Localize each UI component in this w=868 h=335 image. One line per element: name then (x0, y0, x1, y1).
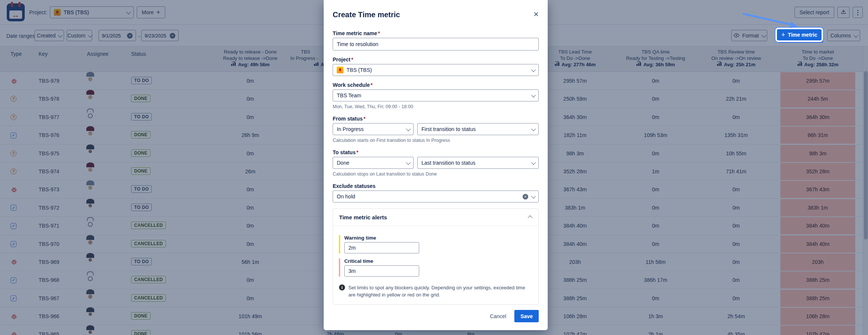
time-metric-alerts-card: Time metric alerts Warning time 2m Criti… (333, 208, 539, 305)
project-label: Project (333, 57, 350, 63)
from-status-helper: Calculation starts on First transition t… (333, 138, 539, 143)
critical-time-input[interactable]: 3m (344, 265, 419, 277)
modal-title: Create Time metric (333, 10, 400, 19)
from-status-label: From status (333, 116, 363, 122)
project-field-group: Project* TBS (TBS) (333, 57, 539, 76)
required-marker: * (356, 149, 358, 155)
alerts-info: i Set limits to spot any blockers quickl… (339, 284, 532, 298)
alerts-info-text: Set limits to spot any blockers quickly.… (348, 284, 528, 298)
alerts-title: Time metric alerts (339, 214, 387, 220)
required-marker: * (351, 57, 353, 63)
time-metric-spotlight: +Time metric (775, 28, 823, 42)
save-button[interactable]: Save (514, 310, 539, 322)
to-status-helper: Calculation stops on Last transition to … (333, 171, 539, 177)
time-metric-button[interactable]: +Time metric (777, 29, 822, 40)
project-avatar-icon (337, 67, 344, 73)
cancel-button[interactable]: Cancel (490, 313, 506, 319)
to-transition-select[interactable]: Last transition to status (417, 157, 539, 169)
required-marker: * (378, 30, 380, 36)
work-schedule-select[interactable]: TBS Team (333, 89, 539, 101)
exclude-statuses-select[interactable]: On hold × (333, 191, 539, 202)
to-status-label: To status (333, 149, 356, 155)
chevron-down-icon (531, 92, 536, 97)
work-schedule-helper: Mon, Tue, Wed, Thu, Fri; 09:00 - 18:00 (333, 104, 539, 110)
required-marker: * (363, 116, 365, 122)
to-status-select[interactable]: Done (333, 157, 414, 169)
name-field-group: Time metric name* Time to resolution (333, 30, 539, 51)
required-marker: * (371, 82, 372, 88)
chevron-down-icon (531, 160, 536, 165)
to-status-field-group: To status* Done Last transition to statu… (333, 149, 539, 177)
from-status-select[interactable]: In Progress (333, 123, 414, 135)
plus-icon: + (781, 31, 786, 38)
exclude-statuses-field-group: Exclude statuses On hold × (333, 183, 539, 202)
critical-time-label: Critical time (344, 258, 532, 264)
warning-time-group: Warning time 2m (339, 235, 532, 253)
chevron-down-icon (531, 67, 536, 72)
chevron-up-icon (528, 216, 533, 220)
work-schedule-field-group: Work schedule* TBS Team Mon, Tue, Wed, T… (333, 82, 539, 110)
close-icon[interactable]: × (533, 10, 539, 18)
warning-time-input[interactable]: 2m (344, 242, 419, 253)
from-status-field-group: From status* In Progress First transitio… (333, 116, 539, 143)
chevron-down-icon (531, 194, 536, 198)
time-metric-name-input[interactable]: Time to resolution (333, 38, 539, 51)
chevron-down-icon (406, 126, 411, 131)
from-transition-select[interactable]: First transition to status (417, 123, 539, 135)
chevron-down-icon (406, 160, 411, 165)
info-icon: i (339, 284, 345, 290)
work-schedule-label: Work schedule (333, 82, 370, 88)
name-label: Time metric name (333, 30, 377, 36)
create-time-metric-modal: Create Time metric × Time metric name* T… (324, 0, 548, 330)
clear-icon[interactable]: × (523, 194, 528, 200)
chevron-down-icon (531, 126, 536, 131)
warning-time-label: Warning time (344, 235, 532, 241)
critical-time-group: Critical time 3m (339, 258, 532, 277)
exclude-statuses-label: Exclude statuses (333, 183, 539, 189)
project-select[interactable]: TBS (TBS) (333, 64, 539, 76)
alerts-card-header[interactable]: Time metric alerts (333, 209, 538, 226)
